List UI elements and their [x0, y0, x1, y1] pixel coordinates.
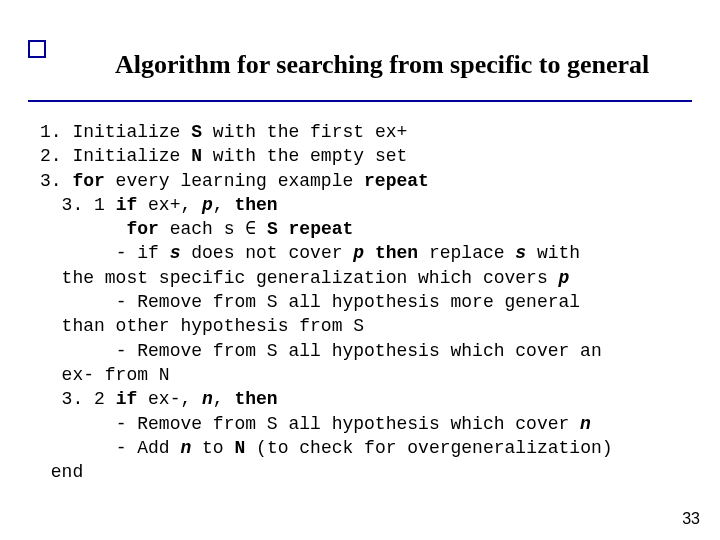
page-number: 33 [682, 510, 700, 528]
var-p: p [559, 268, 570, 288]
line-1: 1. Initialize S with the first ex+ [40, 122, 407, 142]
slide-title: Algorithm for searching from specific to… [115, 50, 649, 80]
kw-then: then [375, 243, 418, 263]
t [278, 219, 289, 239]
t: - Add [40, 438, 180, 458]
var-p: p [353, 243, 364, 263]
var-n: n [202, 389, 213, 409]
slide: Algorithm for searching from specific to… [0, 0, 720, 540]
kw-repeat: repeat [364, 171, 429, 191]
t: 3. [40, 171, 72, 191]
t: - Remove from S all hypothesis which cov… [40, 414, 580, 434]
t [364, 243, 375, 263]
line-3-1: 3. 1 if ex+, p, then [40, 195, 278, 215]
line-3: 3. for every learning example repeat [40, 171, 429, 191]
t: with the empty set [202, 146, 407, 166]
line-7: - Remove from S all hypothesis more gene… [40, 292, 580, 312]
element-of-symbol: ∈ [245, 219, 256, 239]
var-s: s [170, 243, 181, 263]
t: to [191, 438, 234, 458]
t: 1. Initialize [40, 122, 191, 142]
t: ex-, [137, 389, 202, 409]
line-2: 2. Initialize N with the empty set [40, 146, 407, 166]
line-9: - Remove from S all hypothesis which cov… [40, 341, 602, 361]
algorithm-body: 1. Initialize S with the first ex+ 2. In… [40, 120, 680, 484]
t: - if [40, 243, 170, 263]
t: (to check for overgeneralization) [245, 438, 612, 458]
line-10: ex- from N [40, 365, 170, 385]
t: , [213, 195, 235, 215]
var-N: N [191, 146, 202, 166]
kw-if: if [116, 389, 138, 409]
kw-repeat: repeat [289, 219, 354, 239]
var-S: S [191, 122, 202, 142]
kw-for: for [126, 219, 158, 239]
kw-if: if [116, 195, 138, 215]
kw-then: then [234, 195, 277, 215]
t [256, 219, 267, 239]
line-11: - Remove from S all hypothesis which cov… [40, 414, 591, 434]
line-3-2: 3. 2 if ex-, n, then [40, 389, 278, 409]
t: , [213, 389, 235, 409]
t: each s [159, 219, 245, 239]
t: with the first ex+ [202, 122, 407, 142]
var-S: S [267, 219, 278, 239]
t: the most specific generalization which c… [40, 268, 559, 288]
line-4: for each s ∈ S repeat [40, 219, 353, 239]
line-8: than other hypothesis from S [40, 316, 364, 336]
line-end: end [40, 462, 83, 482]
kw-then: then [234, 389, 277, 409]
t: does not cover [180, 243, 353, 263]
t: 3. 2 [40, 389, 116, 409]
t: ex+, [137, 195, 202, 215]
t: with [526, 243, 580, 263]
var-N: N [234, 438, 245, 458]
var-p: p [202, 195, 213, 215]
var-s: s [515, 243, 526, 263]
var-n: n [180, 438, 191, 458]
kw-for: for [72, 171, 104, 191]
var-n: n [580, 414, 591, 434]
line-12: - Add n to N (to check for overgeneraliz… [40, 438, 613, 458]
line-6: the most specific generalization which c… [40, 268, 569, 288]
t: every learning example [105, 171, 364, 191]
t: replace [418, 243, 515, 263]
corner-decoration [28, 40, 46, 58]
t [40, 219, 126, 239]
t: 2. Initialize [40, 146, 191, 166]
title-underline [28, 100, 692, 102]
t: 3. 1 [40, 195, 116, 215]
line-5: - if s does not cover p then replace s w… [40, 243, 580, 263]
